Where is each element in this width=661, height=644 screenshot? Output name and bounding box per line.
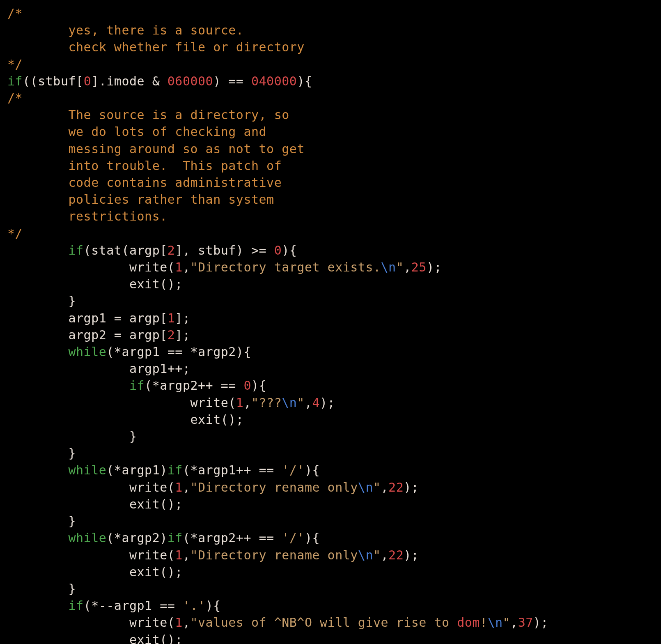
number-literal: 1: [175, 260, 183, 274]
escape-sequence: \n: [381, 260, 396, 274]
string-quote: ": [503, 615, 511, 630]
number-literal: 1: [175, 615, 183, 630]
string-literal: Directory target exists.: [198, 260, 381, 274]
string-quote: ": [190, 548, 198, 562]
code-text: exit();: [7, 632, 183, 644]
code-text: ){: [282, 243, 297, 258]
comment-close: */: [7, 57, 23, 71]
keyword-if: if: [69, 598, 84, 613]
code-text: ){: [206, 598, 221, 613]
code-text: ,: [381, 548, 389, 562]
char-literal: '/': [282, 531, 305, 545]
string-quote: ": [373, 480, 381, 494]
keyword-if: if: [129, 378, 145, 393]
code-text: ,: [510, 615, 518, 630]
code-text: );: [320, 396, 335, 410]
keyword-if: if: [168, 531, 183, 545]
number-literal: 1: [168, 311, 175, 325]
number-literal: 1: [236, 396, 244, 410]
code-text: ,: [183, 615, 190, 630]
string-quote: ": [251, 396, 259, 410]
code-text: write(: [7, 548, 175, 562]
comment-line: restrictions.: [7, 209, 168, 223]
code-text: ){: [251, 378, 266, 393]
code-text: exit();: [7, 565, 183, 579]
code-text: ,: [404, 260, 411, 274]
string-literal: !: [480, 615, 488, 630]
comment-line: policies rather than system: [7, 192, 274, 207]
number-literal: 2: [168, 328, 175, 342]
code-text: exit();: [7, 277, 183, 291]
string-quote: ": [373, 548, 381, 562]
number-literal: 0: [243, 378, 251, 393]
code-text: write(: [7, 396, 236, 410]
keyword-while: while: [69, 463, 107, 477]
code-text: write(: [7, 260, 175, 274]
string-literal: values of ^NB^O will give rise to: [198, 615, 457, 630]
code-text: (*argp1++ ==: [183, 463, 282, 477]
char-literal: '/': [282, 463, 305, 477]
code-text: argp2 = argp[: [7, 328, 168, 342]
code-block: /* yes, there is a source. check whether…: [0, 0, 661, 644]
code-text: ,: [381, 480, 389, 494]
string-quote: ": [297, 396, 305, 410]
code-text: );: [427, 260, 442, 274]
comment-line: into trouble. This patch of: [7, 159, 282, 173]
number-literal: 060000: [168, 74, 213, 88]
code-text: argp1++;: [7, 361, 190, 376]
code-text: exit();: [7, 412, 243, 427]
keyword-while: while: [69, 531, 107, 545]
code-text: );: [533, 615, 549, 630]
number-literal: 4: [312, 396, 320, 410]
code-text: ], stbuf) >=: [175, 243, 274, 258]
comment-close: */: [7, 226, 23, 241]
code-text: }: [7, 429, 137, 444]
keyword-if: if: [168, 463, 183, 477]
string-quote: ": [396, 260, 404, 274]
number-literal: 22: [388, 548, 404, 562]
comment-open: /*: [7, 91, 23, 105]
char-literal: '.': [183, 598, 206, 613]
number-literal: 040000: [251, 74, 297, 88]
comment-line: yes, there is a source.: [7, 23, 243, 37]
code-text: ].imode &: [91, 74, 168, 88]
code-text: }: [7, 294, 76, 308]
string-special-dom: dom: [457, 615, 480, 630]
code-text: (*argp1): [106, 463, 168, 477]
code-text: ,: [183, 480, 190, 494]
number-literal: 1: [175, 480, 183, 494]
escape-sequence: \n: [282, 396, 297, 410]
escape-sequence: \n: [358, 548, 373, 562]
code-text: ,: [183, 548, 190, 562]
code-text: }: [7, 514, 76, 528]
string-literal: ???: [259, 396, 282, 410]
string-quote: ": [190, 615, 198, 630]
code-text: (stat(argp[: [84, 243, 168, 258]
code-text: ,: [305, 396, 312, 410]
number-literal: 2: [168, 243, 175, 258]
code-text: ){: [297, 74, 312, 88]
code-text: ){: [305, 463, 320, 477]
comment-line: The source is a directory, so: [7, 108, 289, 122]
comment-line: we do lots of checking and: [7, 124, 266, 139]
code-text: write(: [7, 615, 175, 630]
code-text: ,: [183, 260, 190, 274]
string-quote: ": [190, 260, 198, 274]
code-text: (*argp1 == *argp2){: [106, 345, 251, 359]
number-literal: 0: [274, 243, 282, 258]
code-text: }: [7, 582, 76, 596]
comment-open: /*: [7, 6, 23, 21]
code-text: exit();: [7, 497, 183, 511]
keyword-if: if: [7, 74, 23, 88]
code-text: ,: [243, 396, 251, 410]
comment-line: code contains administrative: [7, 175, 282, 190]
number-literal: 22: [388, 480, 404, 494]
code-text: ){: [305, 531, 320, 545]
code-text: (*argp2): [106, 531, 168, 545]
code-text: write(: [7, 480, 175, 494]
escape-sequence: \n: [487, 615, 503, 630]
code-text: ];: [175, 328, 190, 342]
code-text: ) ==: [213, 74, 251, 88]
comment-line: check whether file or directory: [7, 40, 305, 54]
escape-sequence: \n: [358, 480, 373, 494]
